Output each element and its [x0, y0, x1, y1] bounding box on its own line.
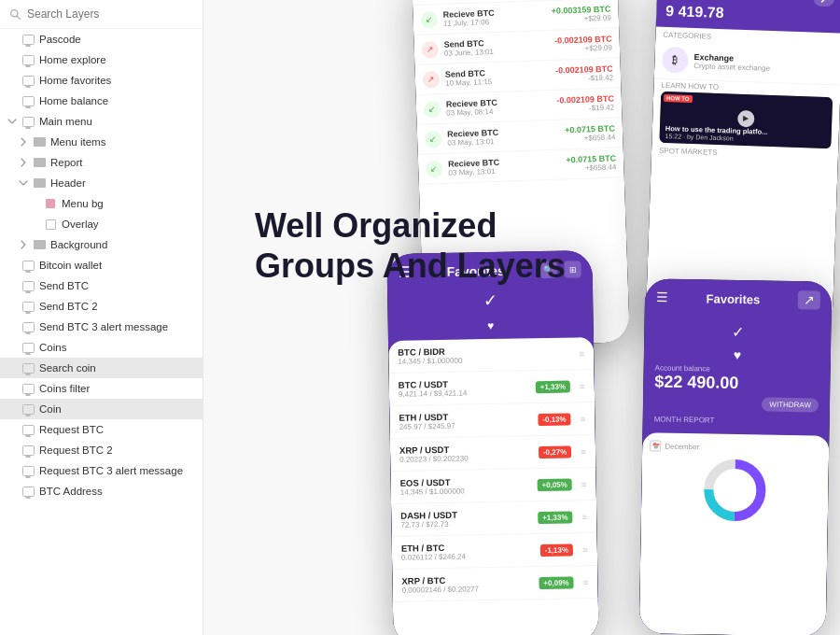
rect-icon: [46, 219, 56, 230]
coin-name-block: ETH / USDT 245.97 / $245.97: [399, 410, 532, 430]
sidebar-item-menu-bg[interactable]: Menu bg: [0, 193, 203, 214]
sidebar-item-background[interactable]: Background: [0, 234, 203, 255]
exchange-item: ₿ Exchange Crypto asset exchange: [654, 41, 840, 86]
coin-menu-icon[interactable]: ≡: [581, 414, 586, 424]
search-bar[interactable]: [0, 0, 203, 29]
month-report-label: MONTH REPORT: [654, 415, 819, 426]
coin-item: ETH / USDT 245.97 / $245.97 -0,13% ≡: [389, 402, 595, 439]
layer-type-icon: [21, 259, 35, 272]
tx-arrow-icon: ↗: [422, 41, 440, 59]
sidebar-item-header[interactable]: Header: [0, 173, 203, 193]
coin-menu-icon[interactable]: ≡: [582, 544, 588, 555]
coin-name-block: EOS / USDT 14,345 / $1.000000: [400, 475, 532, 496]
sidebar-item-menu-items[interactable]: Menu items: [0, 132, 203, 152]
sidebar-item-coins-filter[interactable]: Coins filter: [0, 378, 203, 399]
monitor-icon: [22, 404, 35, 415]
search-icon: [9, 8, 21, 21]
sidebar-item-home-balance[interactable]: Home balance: [0, 91, 203, 111]
sidebar-item-request-btc-2[interactable]: Request BTC 2: [0, 440, 203, 460]
layer-type-icon: [33, 156, 46, 169]
coin-change-badge: +1,33%: [536, 380, 571, 393]
coin-menu-icon[interactable]: ≡: [581, 479, 587, 489]
sidebar-item-pascode[interactable]: Pascode: [0, 29, 203, 49]
monitor-icon: [22, 117, 35, 127]
sidebar-item-report[interactable]: Report: [0, 152, 203, 173]
coin-rate: 0.00002146 / $0.20277: [402, 584, 534, 594]
sidebar-item-home-explore[interactable]: Home explore: [0, 49, 203, 70]
tx-arrow-icon: ↙: [424, 100, 441, 118]
layer-type-icon: [44, 197, 57, 210]
coin-rate: 0.20223 / $0.202230: [399, 453, 533, 463]
calendar-icon: 📅: [650, 440, 661, 451]
sidebar-item-home-favorites[interactable]: Home favorites: [0, 70, 203, 91]
how-to-badge: HOW TO: [664, 94, 693, 103]
coin-menu-icon[interactable]: ≡: [581, 512, 587, 522]
layer-type-icon: [33, 135, 46, 148]
folder-icon: [34, 178, 46, 188]
svg-line-1: [17, 16, 20, 19]
sidebar-item-coins[interactable]: Coins: [0, 337, 203, 358]
monitor-icon: [22, 466, 35, 476]
coin-name-block: ETH / BTC 0.026112 / $246.24: [401, 541, 535, 561]
sidebar-item-coin[interactable]: Coin: [0, 399, 203, 419]
tx-amount: +0.003159 BTC +$29.09: [552, 5, 611, 24]
tx-amount: +0.0715 BTC +$658.44: [566, 153, 616, 173]
sidebar-item-send-btc[interactable]: Send BTC: [0, 275, 203, 296]
hero-line2: Groups And Layers: [255, 246, 566, 286]
phone-balance: ☰ Favorites ↗ ✓ ♥ Account balance $22 49…: [639, 278, 833, 635]
layer-type-icon: [21, 382, 35, 395]
chevron-down-icon: [19, 178, 28, 188]
layer-label: Report: [50, 157, 83, 168]
sidebar-item-send-btc-3[interactable]: Send BTC 3 alert message: [0, 317, 203, 337]
phone3-icon: ↗: [814, 0, 835, 7]
layer-label: Coin: [39, 403, 62, 415]
tx-amount: -0.002109 BTC -$19.42: [555, 64, 613, 83]
coin-menu-icon[interactable]: ≡: [579, 348, 584, 359]
color-swatch-icon: [46, 199, 55, 208]
coin-item: BTC / USDT 9,421.14 / $9,421.14 +1,33% ≡: [389, 370, 595, 406]
layer-label: Send BTC 3 alert message: [39, 321, 168, 332]
layer-label: Bitcoin wallet: [39, 260, 102, 271]
monitor-icon: [22, 425, 35, 435]
tx-amount: +0.0715 BTC +$658.44: [565, 123, 615, 143]
layer-label: Home explore: [39, 54, 106, 65]
coin-menu-icon[interactable]: ≡: [580, 381, 585, 391]
sidebar-item-request-btc[interactable]: Request BTC: [0, 419, 203, 440]
layer-type-icon: [21, 279, 35, 292]
layer-type-icon: [21, 300, 35, 313]
tx-amount: -0.002109 BTC -$19.42: [556, 93, 614, 113]
sidebar-item-bitcoin-wallet[interactable]: Bitcoin wallet: [0, 255, 203, 275]
chevron-right-icon: [19, 137, 28, 147]
coin-menu-icon[interactable]: ≡: [583, 577, 589, 587]
layer-label: Overlay: [62, 219, 99, 230]
chevron-down-icon: [7, 117, 17, 126]
hero-text: Well Organized Groups And Layers: [255, 205, 566, 286]
tx-arrow-icon: ↙: [420, 11, 438, 29]
sidebar-item-btc-address[interactable]: BTC Address: [0, 481, 203, 501]
layer-label: Send BTC 2: [39, 301, 98, 312]
layer-label: Request BTC: [39, 424, 104, 435]
coin-change-badge: -0,27%: [539, 445, 572, 459]
layer-type-icon: [21, 320, 35, 333]
chevron-right-icon: [19, 240, 28, 249]
coin-menu-icon[interactable]: ≡: [581, 446, 586, 457]
layer-label: BTC Address: [39, 486, 103, 497]
search-input[interactable]: [27, 7, 193, 21]
sidebar-item-send-btc-2[interactable]: Send BTC 2: [0, 296, 203, 317]
monitor-icon: [22, 96, 35, 106]
tx-info: Recieve BTC 11 July, 17:06: [442, 7, 546, 28]
coin-name-block: BTC / USDT 9,421.14 / $9,421.14: [399, 377, 530, 398]
tx-amount: -0.002109 BTC +$29.09: [554, 35, 612, 54]
layer-type-icon: [44, 218, 57, 231]
layer-label: Home favorites: [39, 75, 111, 86]
sidebar-item-main-menu[interactable]: Main menu: [0, 111, 203, 132]
sidebar-item-overlay[interactable]: Overlay: [0, 214, 203, 234]
hero-line1: Well Organized: [255, 205, 566, 246]
withdraw-button[interactable]: WITHDRAW: [762, 397, 819, 412]
coin-item: ETH / BTC 0.026112 / $246.24 -1,13% ≡: [392, 533, 598, 570]
layer-type-icon: [21, 341, 35, 354]
sidebar: PascodeHome exploreHome favoritesHome ba…: [0, 0, 203, 635]
sidebar-item-request-btc-3[interactable]: Request BTC 3 alert message: [0, 460, 203, 481]
sidebar-item-search-coin[interactable]: Search coin: [0, 358, 203, 378]
layer-type-icon: [33, 176, 46, 190]
